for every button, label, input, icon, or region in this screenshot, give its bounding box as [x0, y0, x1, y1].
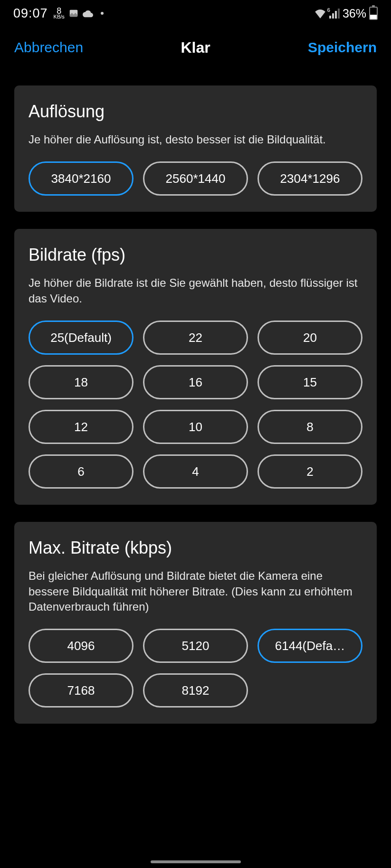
framerate-option-9[interactable]: 6 — [29, 454, 134, 489]
framerate-desc: Je höher die Bildrate ist die Sie gewähl… — [29, 275, 362, 306]
save-button[interactable]: Speichern — [308, 39, 377, 56]
framerate-option-0[interactable]: 25(Default) — [29, 321, 134, 355]
page-title: Klar — [181, 39, 210, 57]
content: Auflösung Je höher die Auflösung ist, de… — [0, 68, 391, 724]
framerate-card: Bildrate (fps) Je höher die Bildrate ist… — [14, 229, 377, 505]
cancel-button[interactable]: Abbrechen — [14, 39, 83, 56]
resolution-title: Auflösung — [29, 102, 362, 122]
resolution-option-2[interactable]: 2304*1296 — [257, 161, 362, 196]
bitrate-desc: Bei gleicher Auflösung und Bildrate biet… — [29, 568, 362, 614]
signal-icon — [329, 8, 340, 19]
status-time: 09:07 — [13, 6, 48, 21]
resolution-card: Auflösung Je höher die Auflösung ist, de… — [14, 85, 377, 212]
header: Abbrechen Klar Speichern — [0, 27, 391, 68]
wifi-icon: 6 — [314, 8, 326, 19]
gesture-bar — [151, 860, 241, 863]
bitrate-option-2[interactable]: 6144(Defa… — [257, 629, 362, 663]
bitrate-card: Max. Bitrate (kbps) Bei gleicher Auflösu… — [14, 522, 377, 724]
framerate-option-8[interactable]: 8 — [257, 410, 362, 444]
battery-percent: 36% — [343, 7, 366, 20]
bitrate-option-0[interactable]: 4096 — [29, 629, 134, 663]
image-icon — [68, 8, 79, 19]
status-right: 6 36% — [314, 7, 378, 20]
bitrate-option-1[interactable]: 5120 — [143, 629, 248, 663]
resolution-option-0[interactable]: 3840*2160 — [29, 161, 134, 196]
more-icon — [101, 12, 104, 15]
framerate-option-3[interactable]: 18 — [29, 365, 134, 399]
framerate-option-10[interactable]: 4 — [143, 454, 248, 489]
resolution-option-1[interactable]: 2560*1440 — [143, 161, 248, 196]
battery-icon — [369, 7, 378, 20]
framerate-option-2[interactable]: 20 — [257, 321, 362, 355]
bitrate-option-4[interactable]: 8192 — [143, 673, 248, 708]
framerate-option-4[interactable]: 16 — [143, 365, 248, 399]
resolution-desc: Je höher die Auflösung ist, desto besser… — [29, 132, 362, 147]
framerate-option-6[interactable]: 12 — [29, 410, 134, 444]
framerate-options: 25(Default) 22 20 18 16 15 12 10 8 6 4 2 — [29, 321, 362, 489]
cloud-icon — [83, 9, 93, 18]
bitrate-option-3[interactable]: 7168 — [29, 673, 134, 708]
bitrate-title: Max. Bitrate (kbps) — [29, 538, 362, 558]
network-speed: 8 KB/s — [54, 7, 65, 19]
framerate-option-1[interactable]: 22 — [143, 321, 248, 355]
resolution-options: 3840*2160 2560*1440 2304*1296 — [29, 161, 362, 196]
framerate-option-7[interactable]: 10 — [143, 410, 248, 444]
status-bar: 09:07 8 KB/s 6 36% — [0, 0, 391, 27]
bitrate-options: 4096 5120 6144(Defa… 7168 8192 — [29, 629, 362, 708]
framerate-option-5[interactable]: 15 — [257, 365, 362, 399]
status-left: 09:07 8 KB/s — [13, 6, 104, 21]
framerate-title: Bildrate (fps) — [29, 245, 362, 265]
framerate-option-11[interactable]: 2 — [257, 454, 362, 489]
